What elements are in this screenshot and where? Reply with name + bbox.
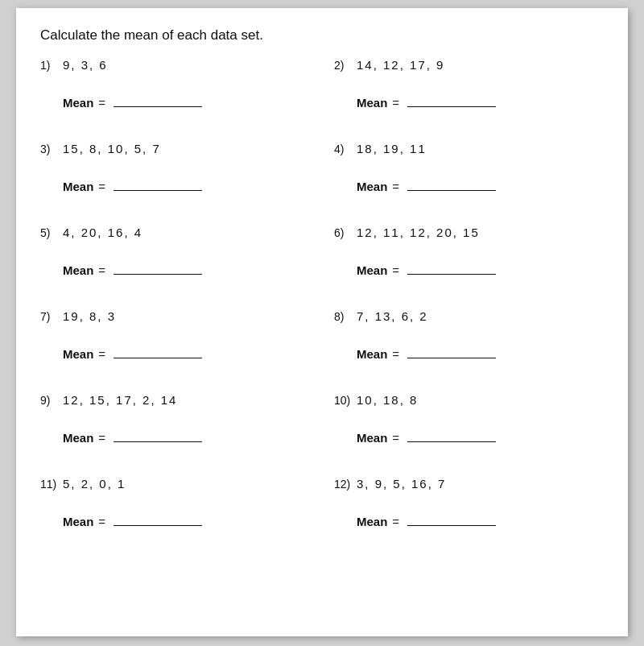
mean-answer-line — [407, 357, 496, 358]
problem-number-row: 1)9, 3, 6 — [40, 58, 310, 72]
problem-number: 8) — [334, 310, 357, 323]
problem-number-row: 6)12, 11, 12, 20, 15 — [334, 226, 604, 239]
problem-block-1: 1)9, 3, 6Mean= — [40, 58, 310, 134]
mean-answer-line — [407, 441, 496, 442]
problem-number: 5) — [40, 226, 63, 239]
problem-data: 7, 13, 6, 2 — [357, 309, 428, 323]
mean-equals: = — [98, 180, 105, 193]
mean-row: Mean= — [334, 96, 604, 110]
mean-answer-line — [114, 357, 202, 358]
problem-number: 7) — [40, 310, 63, 323]
problem-number-row: 5)4, 20, 16, 4 — [40, 226, 310, 239]
mean-equals: = — [392, 180, 399, 193]
mean-label: Mean — [357, 96, 387, 110]
mean-label: Mean — [357, 515, 387, 528]
problem-block-9: 9)12, 15, 17, 2, 14Mean= — [40, 393, 310, 469]
mean-equals: = — [392, 431, 399, 445]
mean-label: Mean — [63, 96, 93, 110]
mean-answer-line — [114, 524, 202, 526]
problem-data: 18, 19, 11 — [357, 142, 427, 155]
problem-block-6: 6)12, 11, 12, 20, 15Mean= — [334, 226, 604, 301]
problem-number: 9) — [40, 394, 63, 407]
problem-block-12: 12)3, 9, 5, 16, 7Mean= — [334, 477, 604, 553]
problem-data: 4, 20, 16, 4 — [63, 226, 142, 239]
problem-data: 14, 12, 17, 9 — [357, 58, 444, 72]
mean-label: Mean — [63, 180, 93, 193]
worksheet-page: Calculate the mean of each data set. 1)9… — [16, 8, 628, 636]
problem-block-5: 5)4, 20, 16, 4Mean= — [40, 226, 310, 301]
problem-number: 12) — [334, 478, 357, 491]
mean-label: Mean — [357, 347, 387, 361]
mean-answer-line — [114, 189, 202, 191]
problem-number: 11) — [40, 478, 63, 491]
mean-row: Mean= — [40, 347, 310, 361]
problem-number-row: 12)3, 9, 5, 16, 7 — [334, 477, 604, 491]
problem-number: 6) — [334, 226, 357, 239]
mean-equals: = — [392, 263, 399, 277]
mean-label: Mean — [357, 180, 387, 193]
problem-data: 12, 11, 12, 20, 15 — [357, 226, 480, 239]
problem-data: 10, 18, 8 — [357, 393, 418, 407]
mean-answer-line — [407, 524, 496, 526]
mean-label: Mean — [63, 263, 93, 277]
problem-block-10: 10)10, 18, 8Mean= — [334, 393, 604, 469]
mean-equals: = — [392, 96, 399, 110]
problem-block-7: 7)19, 8, 3Mean= — [40, 309, 310, 385]
problem-data: 5, 2, 0, 1 — [63, 477, 126, 491]
problem-data: 12, 15, 17, 2, 14 — [63, 393, 177, 407]
problem-block-2: 2)14, 12, 17, 9Mean= — [334, 58, 604, 134]
mean-label: Mean — [63, 347, 93, 361]
problem-block-11: 11)5, 2, 0, 1Mean= — [40, 477, 310, 553]
mean-row: Mean= — [40, 263, 310, 277]
mean-label: Mean — [357, 431, 387, 445]
mean-row: Mean= — [334, 263, 604, 277]
problem-number: 3) — [40, 143, 63, 155]
problem-number-row: 7)19, 8, 3 — [40, 309, 310, 323]
problem-block-8: 8)7, 13, 6, 2Mean= — [334, 309, 604, 385]
page-title: Calculate the mean of each data set. — [40, 27, 604, 43]
problem-number-row: 10)10, 18, 8 — [334, 393, 604, 407]
problem-number-row: 2)14, 12, 17, 9 — [334, 58, 604, 72]
problem-data: 9, 3, 6 — [63, 58, 108, 72]
mean-equals: = — [98, 96, 105, 110]
mean-row: Mean= — [334, 431, 604, 445]
mean-label: Mean — [63, 515, 93, 528]
problem-number: 10) — [334, 394, 357, 407]
mean-equals: = — [98, 347, 105, 361]
problem-block-3: 3)15, 8, 10, 5, 7Mean= — [40, 142, 310, 217]
mean-answer-line — [407, 273, 496, 275]
mean-row: Mean= — [40, 96, 310, 110]
mean-equals: = — [392, 515, 399, 528]
mean-row: Mean= — [40, 180, 310, 193]
problem-data: 19, 8, 3 — [63, 309, 116, 323]
mean-answer-line — [114, 106, 202, 107]
mean-answer-line — [407, 189, 496, 191]
mean-answer-line — [114, 441, 202, 442]
mean-answer-line — [114, 273, 202, 275]
mean-equals: = — [392, 347, 399, 361]
problem-number-row: 3)15, 8, 10, 5, 7 — [40, 142, 310, 155]
mean-row: Mean= — [334, 347, 604, 361]
mean-row: Mean= — [334, 180, 604, 193]
mean-equals: = — [98, 263, 105, 277]
problem-number: 1) — [40, 59, 63, 72]
mean-equals: = — [98, 431, 105, 445]
mean-label: Mean — [63, 431, 93, 445]
mean-row: Mean= — [40, 431, 310, 445]
problem-number-row: 9)12, 15, 17, 2, 14 — [40, 393, 310, 407]
problem-data: 15, 8, 10, 5, 7 — [63, 142, 161, 155]
problem-number-row: 11)5, 2, 0, 1 — [40, 477, 310, 491]
mean-equals: = — [98, 515, 105, 528]
mean-answer-line — [407, 106, 496, 107]
mean-row: Mean= — [40, 515, 310, 528]
problem-number: 4) — [334, 143, 357, 155]
problem-number-row: 8)7, 13, 6, 2 — [334, 309, 604, 323]
problem-number: 2) — [334, 59, 357, 72]
mean-label: Mean — [357, 263, 387, 277]
mean-row: Mean= — [334, 515, 604, 528]
problem-data: 3, 9, 5, 16, 7 — [357, 477, 446, 491]
problem-block-4: 4)18, 19, 11Mean= — [334, 142, 604, 217]
problems-grid: 1)9, 3, 6Mean=2)14, 12, 17, 9Mean=3)15, … — [40, 58, 604, 561]
problem-number-row: 4)18, 19, 11 — [334, 142, 604, 155]
